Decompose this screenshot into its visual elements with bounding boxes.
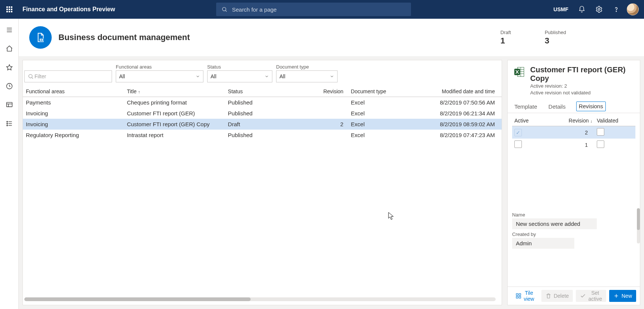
cell-revision: 1 (557, 139, 595, 151)
tile-view-button[interactable]: Tile view (511, 290, 538, 302)
app-title: Finance and Operations Preview (22, 6, 115, 13)
documents-grid: Functional areas Title ↑ Status Revision… (23, 86, 502, 140)
field-name-value[interactable]: New sections were added (512, 218, 597, 229)
tab-details[interactable]: Details (548, 101, 566, 113)
cell-revision: 2 (317, 119, 348, 130)
company-selector[interactable]: USMF (550, 6, 571, 12)
document-icon (35, 32, 46, 43)
detail-sub1: Active revision: 2 (530, 83, 634, 90)
table-row[interactable]: PaymentsCheques printing formatPublished… (23, 97, 502, 108)
svg-rect-30 (516, 296, 518, 298)
search-bar[interactable] (216, 3, 411, 16)
combo-fa-box[interactable]: All (116, 70, 203, 82)
search-icon (221, 6, 227, 12)
svg-marker-7 (6, 65, 12, 70)
rail-modules[interactable] (3, 118, 16, 129)
search-input[interactable] (231, 6, 406, 13)
cell-doctype: Excel (348, 97, 423, 108)
new-button[interactable]: New (609, 290, 636, 302)
cell-revision (317, 108, 348, 119)
page-title: Business document management (58, 33, 190, 42)
vertical-scrollbar[interactable] (637, 208, 640, 243)
table-row[interactable]: 1 (512, 139, 635, 151)
horizontal-scrollbar[interactable] (24, 297, 496, 301)
sort-desc-icon: ↓ (590, 119, 592, 123)
notifications-button[interactable] (575, 3, 589, 16)
col-status[interactable]: Status (225, 86, 317, 97)
field-createdby-value[interactable]: Admin (512, 238, 574, 249)
cell-status: Published (225, 108, 317, 119)
validated-checkbox[interactable] (597, 128, 604, 136)
stat-published[interactable]: Published 3 (545, 30, 566, 46)
rail-home[interactable] (3, 43, 16, 54)
rev-col-active[interactable]: Active (512, 115, 557, 126)
scrollbar-thumb[interactable] (24, 297, 251, 301)
combo-fa-value: All (119, 73, 125, 79)
app-launcher-button[interactable] (0, 0, 19, 19)
svg-point-3 (616, 11, 616, 12)
rev-col-validated[interactable]: Validated (595, 115, 635, 126)
documents-grid-wrap: Functional areas Title ↑ Status Revision… (23, 86, 502, 305)
svg-point-14 (6, 123, 7, 124)
combo-status-box[interactable]: All (207, 70, 272, 82)
cell-revision (317, 130, 348, 140)
rail-favorites[interactable] (3, 62, 16, 73)
svg-point-20 (29, 75, 32, 78)
tab-revisions[interactable]: Revisions (576, 102, 606, 111)
rail-expand-button[interactable] (3, 25, 16, 35)
cell-doctype: Excel (348, 119, 423, 130)
validated-checkbox[interactable] (597, 140, 604, 148)
combo-doctype-value: All (279, 73, 285, 79)
table-row[interactable]: 2 (512, 126, 635, 139)
col-doctype[interactable]: Document type (348, 86, 423, 97)
cell-status: Published (225, 97, 317, 108)
waffle-icon (6, 6, 12, 12)
bell-icon (578, 6, 586, 13)
cell-revision: 2 (557, 126, 595, 139)
active-checkbox[interactable] (514, 129, 522, 136)
filter-input[interactable] (34, 73, 109, 80)
svg-point-0 (223, 7, 226, 11)
cell-status: Published (225, 130, 317, 140)
rail-workspaces[interactable] (3, 100, 16, 110)
table-row[interactable]: InvoicingCustomer FTI report (GER)Publis… (23, 108, 502, 119)
svg-rect-18 (40, 39, 43, 42)
active-checkbox[interactable] (514, 140, 522, 148)
table-row[interactable]: InvoicingCustomer FTI report (GER) CopyD… (23, 119, 502, 130)
stat-draft[interactable]: Draft 1 (501, 30, 511, 46)
user-avatar[interactable] (627, 3, 639, 15)
filter-input-wrap[interactable] (24, 70, 112, 82)
scrollbar-thumb[interactable] (637, 208, 640, 230)
clock-icon (6, 82, 13, 90)
cell-active (512, 126, 557, 139)
col-revision[interactable]: Revision (317, 86, 348, 97)
cell-validated (595, 126, 635, 139)
trash-icon (545, 293, 551, 299)
table-row[interactable]: Regulatory ReportingIntrastat reportPubl… (23, 130, 502, 140)
help-button[interactable] (610, 3, 623, 16)
rail-recent[interactable] (3, 81, 16, 91)
hamburger-icon (6, 26, 13, 34)
detail-header: Customer FTI report (GER) Copy Active re… (508, 60, 640, 99)
filter-row: Functional areas All Status All Document… (23, 60, 502, 82)
stat-draft-value: 1 (501, 36, 511, 46)
col-functional-areas[interactable]: Functional areas (23, 86, 124, 97)
tab-template[interactable]: Template (514, 101, 538, 113)
plus-icon (613, 293, 619, 299)
page-icon (29, 26, 52, 49)
detail-panel: Customer FTI report (GER) Copy Active re… (507, 60, 640, 305)
col-modified[interactable]: Modified date and time (423, 86, 502, 97)
filter-search-icon (28, 73, 34, 79)
combo-fa-label: Functional areas (116, 64, 203, 70)
cell-status: Draft (225, 119, 317, 130)
cell-title: Customer FTI report (GER) Copy (124, 119, 225, 130)
col-title[interactable]: Title ↑ (124, 86, 225, 97)
rev-col-revision[interactable]: Revision ↓ (557, 115, 595, 126)
settings-button[interactable] (592, 3, 606, 16)
set-active-button[interactable]: Set active (576, 290, 606, 302)
delete-button[interactable]: Delete (541, 290, 573, 302)
combo-doctype-box[interactable]: All (276, 70, 338, 82)
cell-fa: Regulatory Reporting (23, 130, 124, 140)
field-name-label: Name (512, 212, 635, 218)
chevron-down-icon (330, 74, 334, 79)
